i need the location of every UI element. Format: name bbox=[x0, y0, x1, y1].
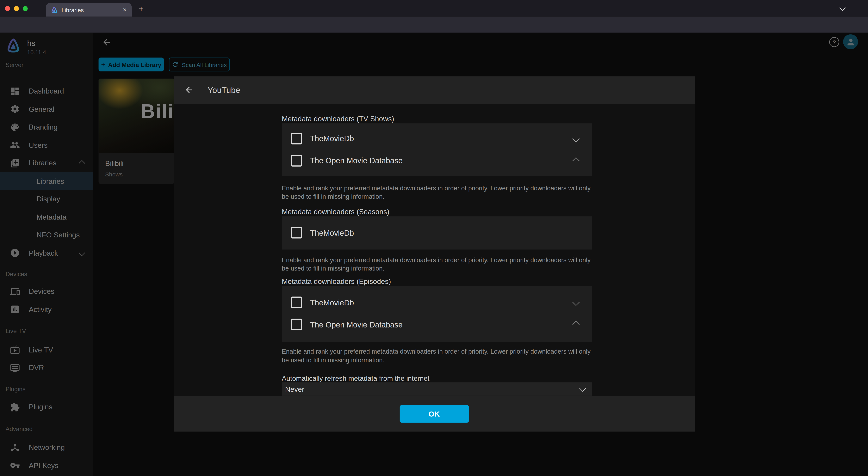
field-label-tv-shows: Metadata downloaders (TV Shows) bbox=[282, 115, 592, 123]
move-up-icon[interactable] bbox=[572, 157, 580, 164]
new-tab-button[interactable]: + bbox=[134, 2, 148, 15]
move-down-icon[interactable] bbox=[572, 299, 580, 306]
jellyfin-favicon bbox=[51, 6, 58, 13]
macos-minimize-button[interactable] bbox=[14, 6, 19, 11]
field-help: Enable and rank your preferred metadata … bbox=[282, 184, 592, 201]
field-label-episodes: Metadata downloaders (Episodes) bbox=[282, 277, 592, 286]
field-help: Enable and rank your preferred metadata … bbox=[282, 256, 592, 273]
browser-tab-strip: Libraries ✕ + bbox=[0, 0, 868, 17]
library-settings-dialog: YouTube Metadata downloaders (TV Shows) … bbox=[174, 76, 695, 432]
downloader-row[interactable]: TheMovieDb bbox=[282, 222, 592, 244]
select-chevron-icon bbox=[579, 385, 586, 392]
screen: Libraries ✕ + jellyfin.yanlincs.com/web/… bbox=[0, 0, 868, 476]
downloader-row[interactable]: The Open Movie Database bbox=[282, 314, 592, 336]
move-up-icon[interactable] bbox=[572, 321, 580, 328]
field-help: Enable and rank your preferred metadata … bbox=[282, 348, 592, 365]
browser-tab[interactable]: Libraries ✕ bbox=[46, 3, 132, 17]
downloader-list-episodes: TheMovieDb The Open Movie Database bbox=[282, 286, 592, 342]
dialog-title: YouTube bbox=[208, 86, 240, 95]
checkbox[interactable] bbox=[290, 227, 302, 239]
dialog-back-icon[interactable] bbox=[184, 86, 194, 95]
downloader-list-tv-shows: TheMovieDb The Open Movie Database bbox=[282, 123, 592, 176]
dialog-footer: OK bbox=[174, 396, 695, 432]
dialog-header: YouTube bbox=[174, 76, 695, 104]
downloader-row[interactable]: TheMovieDb bbox=[282, 128, 592, 150]
field-label-seasons: Metadata downloaders (Seasons) bbox=[282, 208, 592, 216]
downloader-row[interactable]: The Open Movie Database bbox=[282, 150, 592, 172]
refresh-metadata-label: Automatically refresh metadata from the … bbox=[282, 375, 592, 382]
tab-close-icon[interactable]: ✕ bbox=[123, 7, 127, 12]
ok-button[interactable]: OK bbox=[400, 405, 469, 423]
checkbox[interactable] bbox=[290, 297, 302, 309]
jellyfin-page: hs 10.11.4 Server Dashboard General Bran… bbox=[0, 33, 868, 476]
dialog-body: Metadata downloaders (TV Shows) TheMovie… bbox=[174, 104, 695, 396]
macos-zoom-button[interactable] bbox=[23, 6, 28, 11]
macos-close-button[interactable] bbox=[5, 6, 10, 11]
checkbox[interactable] bbox=[290, 155, 302, 166]
browser-toolbar: jellyfin.yanlincs.com/web/#/dashboard/li… bbox=[0, 17, 868, 33]
downloader-row[interactable]: TheMovieDb bbox=[282, 292, 592, 314]
tab-title: Libraries bbox=[61, 6, 123, 13]
downloader-list-seasons: TheMovieDb bbox=[282, 216, 592, 250]
tab-list-chevron-icon[interactable] bbox=[839, 5, 845, 11]
move-down-icon[interactable] bbox=[572, 135, 580, 142]
checkbox[interactable] bbox=[290, 133, 302, 145]
refresh-metadata-select[interactable]: Never bbox=[282, 382, 592, 396]
select-value: Never bbox=[285, 385, 580, 393]
checkbox[interactable] bbox=[290, 319, 302, 330]
